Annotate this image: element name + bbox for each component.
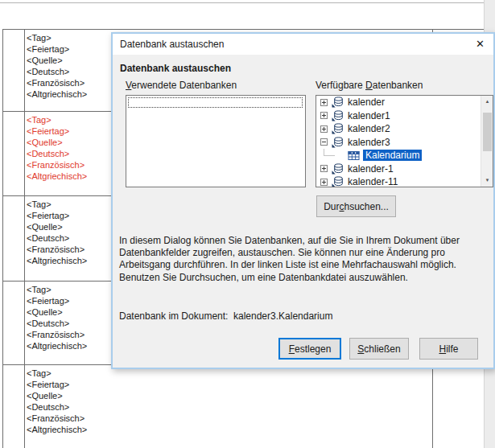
field-placeholder[interactable]: <Tag> <box>27 199 115 210</box>
label-text: erwendete Datenbanken <box>131 80 237 91</box>
field-placeholder[interactable]: <Deutsch> <box>27 318 115 329</box>
database-in-document-label: Datenbank im Dokument: <box>119 310 228 322</box>
label-text: atenbanken <box>373 80 423 91</box>
database-icon <box>332 97 344 108</box>
used-databases-list[interactable] <box>126 95 306 187</box>
field-placeholder[interactable]: <Altgriechisch> <box>27 171 115 182</box>
field-placeholder[interactable]: <Quelle> <box>27 390 115 401</box>
tree-item-kalender[interactable]: kalender <box>316 96 481 109</box>
field-placeholder[interactable]: <Altgriechisch> <box>27 88 115 100</box>
dialog-title: Datenbank austauschen <box>120 39 224 50</box>
field-placeholder[interactable]: <Quelle> <box>27 221 115 232</box>
description-line: Benutzen Sie Durchsuchen, um eine Datenb… <box>119 272 483 284</box>
screen: <Tag><Feiertag><Quelle><Deutsch><Französ… <box>0 0 495 448</box>
field-placeholder[interactable]: <Altgriechisch> <box>27 255 115 266</box>
table-border <box>2 29 493 30</box>
scrollbar-thumb[interactable] <box>483 113 492 151</box>
table-border <box>2 29 3 448</box>
table-cell[interactable]: <Tag><Feiertag><Quelle><Deutsch><Französ… <box>27 32 115 100</box>
field-placeholder[interactable]: <Tag> <box>27 114 115 125</box>
field-placeholder[interactable]: <Deutsch> <box>27 66 115 77</box>
tree-item-kalendarium[interactable]: Kalendarium <box>316 149 481 162</box>
tree-item-label[interactable]: Kalendarium <box>363 150 422 161</box>
field-placeholder[interactable]: <Tag> <box>27 32 115 43</box>
tree-item-kalender-1[interactable]: kalender-1 <box>316 162 481 176</box>
field-placeholder[interactable]: <Altgriechisch> <box>27 424 115 435</box>
database-in-document-value: kalender3.Kalendarium <box>233 310 332 322</box>
table-cell[interactable]: <Tag><Feiertag><Quelle><Deutsch><Französ… <box>27 114 115 182</box>
expander-plus-icon[interactable] <box>320 179 328 186</box>
table-icon <box>348 150 360 161</box>
field-placeholder[interactable]: <Französisch> <box>27 244 115 255</box>
field-placeholder[interactable]: <Tag> <box>27 368 115 379</box>
tree-item-kalender1[interactable]: kalender1 <box>316 109 481 123</box>
field-placeholder[interactable]: <Feiertag> <box>27 43 115 55</box>
expander-plus-icon[interactable] <box>320 99 328 106</box>
tree-item-label[interactable]: kalender1 <box>348 110 390 121</box>
dialog-datenbank-austauschen: Datenbank austauschen ✕ Datenbank austau… <box>111 32 495 369</box>
scroll-up-icon[interactable]: ▲ <box>481 96 493 108</box>
description-line: Arbeitsgang durchführen. In der linken L… <box>119 259 483 271</box>
field-placeholder[interactable]: <Französisch> <box>27 413 115 424</box>
available-databases-tree[interactable]: kalenderkalender1kalender2kalender3Kalen… <box>316 95 493 187</box>
field-placeholder[interactable]: <Quelle> <box>27 137 115 148</box>
field-placeholder[interactable]: <Altgriechisch> <box>27 340 115 351</box>
schliessen-button[interactable]: Schließen <box>349 338 409 360</box>
tree-item-label[interactable]: kalender <box>348 97 385 108</box>
festlegen-button[interactable]: Festlegen <box>278 338 341 360</box>
expander-plus-icon[interactable] <box>320 165 328 172</box>
tree-item-label[interactable]: kalender-1 <box>348 163 394 175</box>
tree-scrollbar[interactable]: ▲ ▼ <box>481 96 493 187</box>
table-cell[interactable]: <Tag><Feiertag><Quelle><Deutsch><Französ… <box>27 284 115 351</box>
table-cell[interactable]: <Tag><Feiertag><Quelle><Deutsch><Französ… <box>27 199 115 266</box>
field-placeholder[interactable]: <Deutsch> <box>27 232 115 244</box>
tree-item-kalender-11[interactable]: kalender-11 <box>316 175 481 187</box>
field-placeholder[interactable]: <Deutsch> <box>27 148 115 159</box>
dialog-titlebar[interactable]: Datenbank austauschen ✕ <box>113 34 493 55</box>
button-text: ilfe <box>446 343 458 355</box>
document-top-edge <box>0 2 493 3</box>
expander-minus-icon[interactable] <box>320 138 328 146</box>
description-line: Datenbankfelder zugreifen, austauschen. … <box>119 247 483 259</box>
button-text: Dur <box>324 201 339 212</box>
dialog-description: In diesem Dialog können Sie Datenbanken,… <box>119 235 483 284</box>
field-placeholder[interactable]: <Quelle> <box>27 55 115 66</box>
field-placeholder[interactable]: <Französisch> <box>27 77 115 88</box>
button-text: estlegen <box>295 343 331 355</box>
table-cell[interactable]: <Tag><Feiertag><Quelle><Deutsch><Französ… <box>27 368 115 435</box>
field-placeholder[interactable]: <Tag> <box>27 284 115 295</box>
field-placeholder[interactable]: <Deutsch> <box>27 401 115 413</box>
durchsuchen-button[interactable]: Durchsuchen... <box>316 195 396 217</box>
tree-item-label[interactable]: kalender-11 <box>348 176 398 187</box>
field-placeholder[interactable]: <Französisch> <box>27 159 115 171</box>
section-heading: Datenbank austauschen <box>120 63 231 74</box>
label-accel: D <box>365 80 373 91</box>
tree-item-kalender2[interactable]: kalender2 <box>316 122 481 136</box>
database-icon <box>332 110 344 121</box>
hilfe-button[interactable]: Hilfe <box>419 338 478 360</box>
tree-item-label[interactable]: kalender2 <box>348 123 390 134</box>
database-icon <box>332 176 344 187</box>
expander-plus-icon[interactable] <box>320 125 328 133</box>
database-icon <box>332 137 344 148</box>
description-line: In diesem Dialog können Sie Datenbanken,… <box>119 235 483 247</box>
field-placeholder[interactable]: <Französisch> <box>27 329 115 340</box>
close-icon[interactable]: ✕ <box>476 38 485 50</box>
button-text: hsuchen... <box>344 201 388 212</box>
field-placeholder[interactable]: <Quelle> <box>27 306 115 318</box>
tree-connector <box>324 149 335 156</box>
tree-item-label[interactable]: kalender3 <box>348 137 390 148</box>
button-accel: H <box>439 343 446 355</box>
field-placeholder[interactable]: <Feiertag> <box>27 379 115 390</box>
database-icon <box>332 163 344 175</box>
focus-rect <box>128 97 303 108</box>
expander-plus-icon[interactable] <box>320 112 328 119</box>
field-placeholder[interactable]: <Feiertag> <box>27 210 115 221</box>
field-placeholder[interactable]: <Feiertag> <box>27 125 115 137</box>
tree-item-kalender3[interactable]: kalender3 <box>316 136 481 150</box>
table-border <box>24 29 25 448</box>
used-databases-label: Verwendete Datenbanken <box>126 80 237 91</box>
button-accel: F <box>289 343 295 355</box>
scroll-down-icon[interactable]: ▼ <box>481 175 493 187</box>
field-placeholder[interactable]: <Feiertag> <box>27 295 115 306</box>
